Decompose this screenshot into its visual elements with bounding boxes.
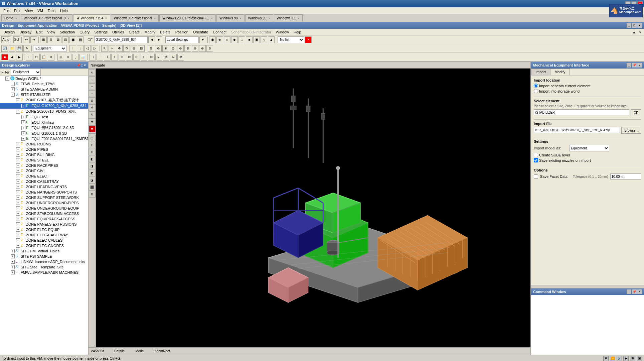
next-btn[interactable]: ► [156, 36, 162, 43]
tree-zone-elec-cableway[interactable]: + Z ZONE ELEC-CABLEWAY [0, 232, 88, 238]
tree-zone-elec-cnodes[interactable]: + Z ZONE ELEC-CNODES [0, 243, 88, 248]
nav-view8[interactable]: ⬛ [89, 184, 96, 191]
tb-btn5[interactable]: ▣ [69, 36, 76, 43]
tree-zone-heating[interactable]: + Z ZONE HEATING-VENTS [0, 184, 88, 190]
toggle-equi-g18001[interactable]: + [21, 131, 25, 135]
t[interactable]: + [16, 158, 20, 162]
tb3-misc2[interactable]: ⊤ [97, 54, 103, 61]
tb2-move[interactable]: ✥ [116, 45, 123, 52]
undo-btn[interactable]: ↩ [23, 36, 30, 43]
toggle-site-stabilizer[interactable]: - [11, 93, 15, 97]
tb2-select[interactable]: ⊹ [109, 45, 115, 52]
tab-winxp-pro[interactable]: Windows XP Professional × [111, 14, 159, 22]
tb2-grp2[interactable]: ⊖ [155, 45, 162, 52]
auto-btn[interactable]: Auto [1, 36, 10, 43]
tb3-misc9[interactable]: ⊫ [148, 54, 155, 61]
save-facet-checkbox[interactable] [534, 174, 538, 179]
aveva-restore-up[interactable]: ▲ [631, 30, 637, 34]
nav-view7[interactable]: ◪ [89, 177, 96, 184]
t[interactable]: + [16, 201, 20, 205]
tb3-btn5[interactable]: ✂ [33, 54, 40, 61]
aveva-menu-window[interactable]: Window [274, 29, 291, 35]
cmd-content[interactable] [531, 295, 644, 355]
tb3-misc13[interactable]: ⊯ [177, 54, 184, 61]
t[interactable]: + [16, 238, 20, 242]
toggle-equi-xlmfrsq[interactable]: + [21, 120, 25, 124]
aveva-close-x[interactable]: × [638, 30, 643, 34]
menu-view[interactable]: View [23, 8, 35, 13]
t[interactable]: + [16, 212, 20, 216]
t[interactable]: + [11, 249, 15, 253]
tb2-nav1[interactable]: ↑ [69, 45, 76, 52]
tb2-grp1[interactable]: ⊕ [148, 45, 154, 52]
de-maximize-icon[interactable]: □ [81, 64, 83, 67]
viewport-canvas[interactable] [96, 69, 530, 347]
t[interactable]: + [16, 217, 20, 221]
nav-arrow-btn[interactable]: ↖ [89, 69, 96, 76]
tree-linkwl-isometric[interactable]: + L LINKWL IsometricADP_DocumentLinks [0, 259, 88, 264]
menu-help[interactable]: Help [58, 8, 70, 13]
nav-view6[interactable]: ◩ [89, 170, 96, 176]
aveva-menu-query[interactable]: Query [77, 29, 92, 35]
t[interactable]: + [16, 142, 20, 146]
tab-win95-close[interactable]: × [268, 17, 270, 20]
tree-zone-cabletray[interactable]: + Z ZONE CABLETRAY [0, 179, 88, 184]
tb3-misc10[interactable]: ⊬ [155, 54, 162, 61]
tree-site-stabilizer[interactable]: - S SITE STABILIZER [0, 92, 88, 97]
element-input[interactable] [534, 109, 629, 115]
icon-btn6[interactable]: ■ [246, 36, 253, 43]
toggle-equi-f001[interactable]: + [21, 137, 25, 141]
aveva-menu-design[interactable]: Design [1, 29, 17, 35]
tb2-btn1[interactable]: 🔄 [1, 45, 8, 52]
tb2-nav4[interactable]: ▷ [92, 45, 98, 52]
radio-beneath-input[interactable] [534, 84, 538, 88]
tolerance-input[interactable] [610, 173, 641, 179]
tab-win7[interactable]: 🖥 Windows 7 x64 × [73, 14, 110, 22]
tree-site-psi-sample[interactable]: + S SITE PSI-SAMPLE [0, 254, 88, 259]
tb-btn4[interactable]: ⊡ [62, 36, 69, 43]
tab-win31-close[interactable]: × [298, 17, 300, 20]
tree-zone-stabcolumn[interactable]: + Z ZONE STABCOLUMN-ACCESS [0, 211, 88, 216]
status-icon2[interactable]: 📶 [610, 356, 615, 361]
t[interactable]: + [16, 222, 20, 226]
tb3-misc12[interactable]: ⊮ [170, 54, 177, 61]
prev-btn[interactable]: ◄ [148, 36, 155, 43]
tree-fmwl-sample[interactable]: + F FMWL SAMPLE/FABR-MACHINES [0, 270, 88, 275]
t[interactable]: + [16, 174, 20, 178]
tree-zone-civil[interactable]: + Z ZONE CIVIL [0, 168, 88, 173]
no-list-select[interactable]: No list [278, 36, 304, 43]
toggle-tpwl[interactable]: - [11, 82, 15, 86]
aveva-menu-schematic[interactable]: Schematic-3D-Integrator [229, 29, 273, 35]
mei-tab-modify[interactable]: Modify [550, 69, 570, 75]
t[interactable]: + [11, 254, 15, 258]
aveva-menu-orientate[interactable]: Orientate [191, 29, 210, 35]
tb2-btn2[interactable]: 📁 [9, 45, 15, 52]
tb2-scale[interactable]: ⊞ [131, 45, 137, 52]
tree-design-worl[interactable]: - 🌐 Design WORL * [0, 76, 88, 81]
file-input[interactable] [534, 127, 620, 133]
aveva-menu-delete[interactable]: Delete [158, 29, 173, 35]
create-sube-checkbox[interactable] [534, 153, 538, 157]
status-icon3[interactable]: 🔊 [617, 356, 622, 361]
tb3-btn6[interactable]: 📋 [40, 54, 47, 61]
nav-view2[interactable]: ⊡ [89, 142, 96, 148]
nav-fit[interactable]: ⊞ [89, 97, 96, 104]
menu-vm[interactable]: VM [35, 8, 45, 13]
mei-close[interactable]: × [637, 63, 642, 68]
tb2-btn3[interactable]: 💾 [16, 45, 23, 52]
tree-equi-f001[interactable]: + E EQUI F001GAA001ES11_JSMFBDRSQ_1_3 [0, 136, 88, 141]
tree-equi-selected[interactable]: + E EQUI G10700_0_锅炉_6298_634 [0, 103, 88, 109]
tree-zone-equiprack[interactable]: + Z ZONE EQUIPRACK-ACCESS [0, 216, 88, 222]
nav-rotate-x[interactable]: ↺ [89, 104, 96, 111]
save-nozzles-checkbox[interactable] [534, 158, 538, 162]
radio-storage[interactable]: Import into storage world [534, 89, 641, 93]
settings-arrow-btn[interactable]: ▼ [199, 36, 206, 43]
t[interactable]: + [16, 185, 20, 189]
tab-win95[interactable]: Windows 95 × [245, 14, 273, 22]
mei-minimize[interactable]: _ [627, 63, 631, 68]
tree-tpwl[interactable]: - S TPWL Default_TPWL [0, 81, 88, 87]
menu-edit[interactable]: Edit [12, 8, 22, 13]
local-settings-input[interactable] [165, 36, 199, 43]
cmd-minimize[interactable]: _ [627, 289, 631, 294]
t[interactable]: + [16, 244, 20, 248]
